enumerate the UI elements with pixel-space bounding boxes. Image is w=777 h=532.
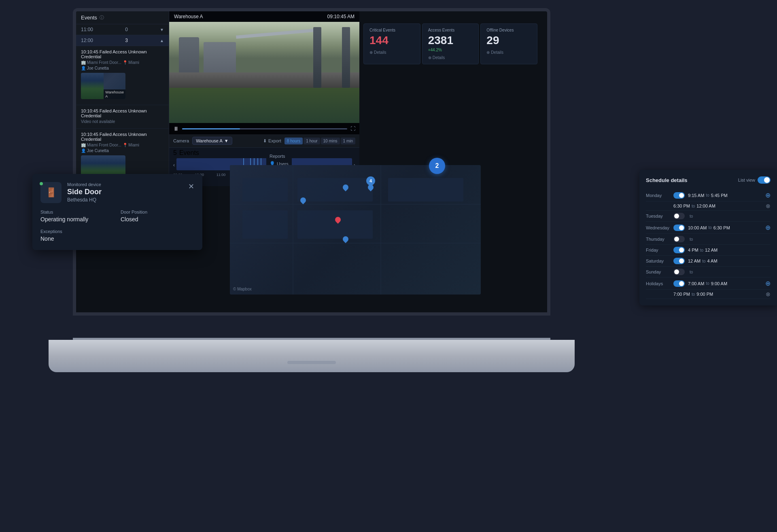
day-wednesday: Wednesday <box>646 225 670 230</box>
camera-name: Warehouse A <box>196 138 223 143</box>
progress-bar[interactable] <box>182 128 347 129</box>
saturday-toggle[interactable] <box>673 258 685 264</box>
map-road-v2 <box>380 165 381 295</box>
time-btn-1min[interactable]: 1 min <box>341 138 355 144</box>
time-row-12[interactable]: 12:00 3 ▲ <box>76 35 169 46</box>
plus-icon-3: ⊕ <box>486 50 490 55</box>
tuesday-toggle[interactable] <box>673 213 685 219</box>
tl-label-3: 11:00 <box>217 173 226 177</box>
holidays-add-button[interactable]: ⊕ <box>765 280 771 287</box>
device-name: Side Door <box>67 188 102 196</box>
plus-icon-2: ⊕ <box>428 55 431 60</box>
time-row-11[interactable]: 11:00 0 ▼ <box>76 24 169 35</box>
monday-from-2: 6:30 PM <box>673 203 690 208</box>
events-count: 5 <box>173 149 177 157</box>
friday-toggle[interactable] <box>673 247 685 253</box>
schedule-title: Schedule details <box>646 177 688 183</box>
holidays-toggle[interactable] <box>673 280 685 287</box>
popup-device-info: 🚪 Monitored device Side Door Bethesda HQ <box>40 182 102 203</box>
badge-circle: 2 <box>429 158 445 174</box>
monday-toggle[interactable] <box>673 192 685 199</box>
device-icon-box: 🚪 <box>40 182 62 203</box>
day-thursday: Thursday <box>646 237 670 242</box>
day-holidays: Holidays <box>646 281 670 286</box>
time-buttons: 8 hours 1 hour 10 mins 1 min <box>284 138 355 144</box>
list-view-switch[interactable] <box>758 176 771 184</box>
close-button[interactable]: ✕ <box>188 182 194 191</box>
list-view-toggle[interactable]: List view <box>738 176 771 184</box>
status-label: Status <box>40 210 114 214</box>
factory-floor-bg <box>169 22 359 123</box>
event-title-2: 10:10:45 Failed Access Unknown Credentia… <box>81 108 164 118</box>
wednesday-from: 10:00 AM <box>688 225 707 230</box>
wednesday-add-button[interactable]: ⊕ <box>765 224 771 231</box>
sunday-toggle-knob <box>674 269 679 274</box>
export-button[interactable]: ⬇ Export <box>263 138 281 144</box>
monday-add-button[interactable]: ⊕ <box>765 191 771 199</box>
map-pin-4[interactable] <box>343 236 348 242</box>
device-text: Monitored device Side Door Bethesda HQ <box>67 182 102 203</box>
offline-devices-card: Offline Devices 29 ⊕ Details <box>480 23 537 64</box>
monday-to-2: 12:00 AM <box>696 203 715 208</box>
day-sunday: Sunday <box>646 269 670 274</box>
list-view-label: List view <box>738 178 755 182</box>
critical-details-link[interactable]: ⊕ Details <box>369 50 414 55</box>
schedule-row-saturday: Saturday 12 AM to 4 AM <box>646 256 771 267</box>
progress-fill <box>182 128 240 129</box>
laptop-base <box>49 340 575 372</box>
event-location-2: Video not available <box>81 119 164 124</box>
wednesday-toggle[interactable] <box>673 225 685 231</box>
monday-remove-button[interactable]: ⊗ <box>766 203 771 209</box>
schedule-panel: Schedule details List view Monday 9:15 A… <box>639 170 777 305</box>
event-item-1[interactable]: 10:10:45 Failed Access Unknown Credentia… <box>76 46 169 105</box>
time-btn-1hour[interactable]: 1 hour <box>304 138 320 144</box>
saturday-to: 4 AM <box>707 259 718 263</box>
events-panel: Events ⓘ 11:00 0 ▼ 12:00 3 ▲ 10:10:45 Fa… <box>76 11 169 185</box>
map-block-4 <box>297 210 373 239</box>
access-details-link[interactable]: ⊕ Details <box>428 55 473 60</box>
popup-status-grid: Status Operating normally Door Position … <box>40 210 194 242</box>
door-position-value: Closed <box>121 216 194 223</box>
status-section: Status Operating normally <box>40 210 114 223</box>
tuesday-toggle-knob <box>674 214 679 218</box>
status-dot <box>40 182 43 185</box>
event-item-2[interactable]: 10:10:45 Failed Access Unknown Credentia… <box>76 105 169 129</box>
schedule-row-holidays: Holidays 7:00 AM to 9:00 AM ⊕ <box>646 278 771 290</box>
schedule-row-friday: Friday 4 PM to 12 AM <box>646 245 771 256</box>
monday-to: 5:45 PM <box>711 193 728 198</box>
map-pin-red-dot <box>334 216 342 224</box>
pause-icon[interactable]: ⏸ <box>173 125 179 132</box>
time-btn-8hours[interactable]: 8 hours <box>284 138 303 144</box>
holidays-from-2: 7:00 PM <box>673 292 690 297</box>
map-block-3 <box>242 210 288 239</box>
door-position-section: Door Position Closed <box>121 210 194 223</box>
monday-from: 9:15 AM <box>688 193 704 198</box>
offline-details-link[interactable]: ⊕ Details <box>486 50 531 55</box>
nav-reports[interactable]: Reports <box>270 153 289 160</box>
holidays-remove-button[interactable]: ⊗ <box>766 291 771 297</box>
column-right <box>342 27 350 88</box>
thursday-toggle[interactable] <box>673 236 685 242</box>
map-pin-blue-4 <box>342 235 350 243</box>
map-pin-blue-2 <box>342 183 350 191</box>
day-monday: Monday <box>646 193 670 198</box>
event-thumb-label-1: Warehouse A <box>104 89 125 99</box>
timeline-prev-icon[interactable]: ‹ <box>173 162 175 168</box>
map-pin-1[interactable] <box>300 197 306 203</box>
saturday-toggle-knob <box>679 259 684 263</box>
time-btn-10mins[interactable]: 10 mins <box>321 138 340 144</box>
access-events-value: 2381 <box>428 34 473 47</box>
sunday-toggle[interactable] <box>673 269 685 275</box>
map-road-h1 <box>230 204 481 205</box>
schedule-row-monday: Monday 9:15 AM to 5:45 PM ⊕ <box>646 189 771 201</box>
map-pin-3[interactable]: 4 <box>368 184 374 190</box>
map-block-1 <box>242 178 288 201</box>
map-pin-2[interactable] <box>343 184 348 190</box>
schedule-row-tuesday: Tuesday to <box>646 211 771 222</box>
fullscreen-icon[interactable]: ⛶ <box>350 126 355 131</box>
map-pin-red[interactable] <box>335 217 341 223</box>
camera-controls: Camera Warehouse A ▼ ⬇ Export 8 hours 1 … <box>169 134 359 148</box>
schedule-header: Schedule details List view <box>646 176 771 184</box>
schedule-row-wednesday: Wednesday 10:00 AM to 6:30 PM ⊕ <box>646 222 771 234</box>
camera-select[interactable]: Warehouse A ▼ <box>192 137 232 145</box>
